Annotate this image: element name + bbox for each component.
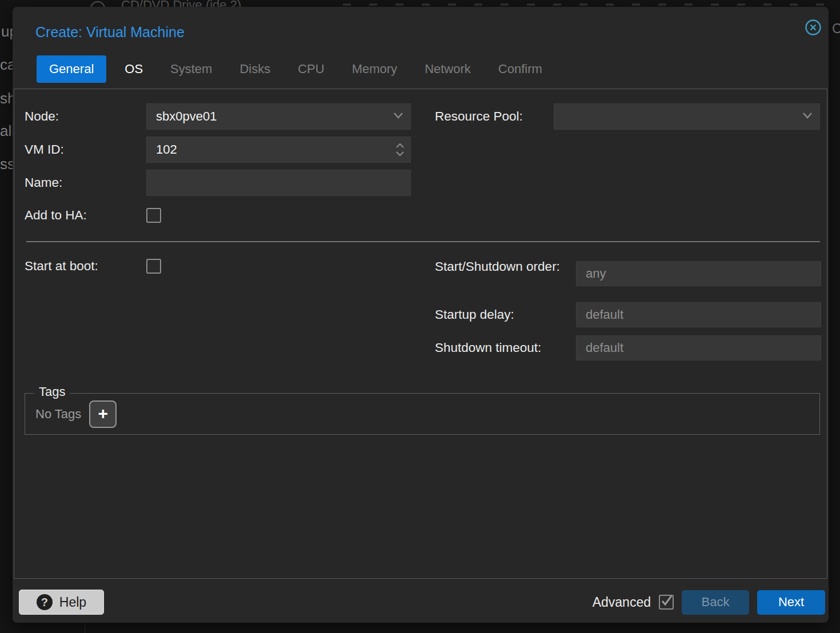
help-button-label: Help (59, 595, 86, 610)
node-label: Node: (25, 103, 59, 130)
resource-pool-input[interactable] (554, 103, 820, 130)
name-label: Name: (25, 170, 62, 196)
add-to-ha-checkbox[interactable] (146, 208, 161, 223)
node-input[interactable] (146, 103, 411, 130)
start-at-boot-label: Start at boot: (25, 253, 98, 279)
background-text-fragment (343, 3, 829, 6)
tab-os[interactable]: OS (115, 55, 152, 83)
dialog-title: Create: Virtual Machine (35, 24, 185, 41)
back-button[interactable]: Back (682, 590, 749, 615)
node-combobox[interactable] (146, 103, 411, 130)
general-form-panel: Node: Resource Pool: VM ID: Name: (14, 89, 827, 579)
next-button[interactable]: Next (757, 590, 825, 615)
advanced-checkbox[interactable] (659, 595, 674, 610)
add-tag-button[interactable]: + (89, 400, 117, 428)
tab-disks: Disks (230, 55, 279, 83)
name-input[interactable] (146, 170, 411, 196)
background-divider (85, 623, 85, 633)
vmid-input[interactable] (146, 137, 411, 163)
add-to-ha-label: Add to HA: (25, 202, 87, 229)
close-icon[interactable] (805, 19, 822, 36)
create-vm-dialog: Create: Virtual Machine General OS Syste… (13, 7, 829, 623)
start-shutdown-order-label: Start/Shutdown order: (435, 257, 563, 277)
question-circle-icon: ? (37, 594, 53, 610)
vmid-spinner-field[interactable] (146, 137, 411, 163)
resource-pool-label: Resource Pool: (435, 103, 523, 130)
startup-delay-input[interactable] (576, 302, 821, 327)
resource-pool-combobox[interactable] (554, 103, 820, 130)
tab-memory: Memory (343, 55, 406, 83)
section-divider (26, 241, 820, 242)
help-button[interactable]: ? Help (19, 590, 104, 615)
tab-system: System (161, 55, 221, 83)
vmid-label: VM ID: (25, 137, 64, 163)
startup-delay-label: Startup delay: (435, 302, 514, 327)
background-text-fragment: C (832, 21, 840, 37)
tab-network: Network (415, 55, 480, 83)
advanced-label: Advanced (593, 595, 651, 610)
shutdown-timeout-label: Shutdown timeout: (435, 335, 541, 360)
tags-legend: Tags (34, 384, 70, 399)
shutdown-timeout-input[interactable] (576, 335, 821, 360)
no-tags-text: No Tags (35, 407, 81, 422)
start-at-boot-checkbox[interactable] (146, 259, 161, 274)
start-shutdown-order-input[interactable] (576, 261, 821, 286)
wizard-tab-bar: General OS System Disks CPU Memory Netwo… (37, 55, 551, 83)
tab-cpu: CPU (289, 55, 333, 83)
tags-fieldset: Tags No Tags + (25, 393, 820, 435)
tab-confirm: Confirm (489, 55, 551, 83)
footer-actions: Advanced Back Next (593, 590, 825, 615)
tab-general[interactable]: General (37, 55, 106, 83)
